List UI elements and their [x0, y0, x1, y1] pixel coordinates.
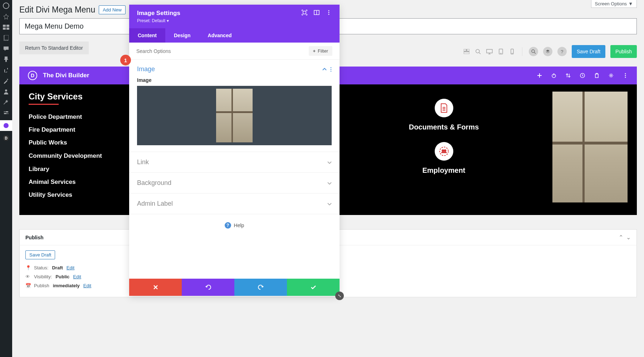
- power-icon[interactable]: [551, 73, 557, 78]
- svg-point-12: [4, 123, 9, 128]
- menu-link[interactable]: Utility Services: [29, 191, 129, 199]
- desktop-icon[interactable]: [486, 48, 493, 55]
- image-settings-modal: Image Settings Preset: Default ▾ Content…: [129, 5, 340, 296]
- section-header-link[interactable]: Link: [129, 152, 340, 172]
- schedule-label: Publish: [34, 283, 49, 288]
- snap-icon[interactable]: [302, 10, 307, 15]
- filter-button[interactable]: +Filter: [309, 46, 332, 56]
- history-icon[interactable]: [580, 73, 585, 78]
- svg-rect-16: [467, 49, 469, 51]
- modal-header[interactable]: Image Settings Preset: Default ▾: [129, 5, 340, 28]
- svg-line-28: [534, 52, 536, 54]
- modal-title: Image Settings: [137, 10, 180, 17]
- svg-rect-17: [464, 52, 469, 54]
- section-header-admin-label[interactable]: Admin Label: [129, 193, 340, 214]
- publish-button[interactable]: Publish: [610, 45, 637, 58]
- svg-point-38: [625, 75, 626, 76]
- section-header-image[interactable]: Image: [129, 60, 340, 77]
- return-standard-editor-button[interactable]: Return To Standard Editor: [19, 41, 89, 54]
- tools-icon[interactable]: [3, 99, 10, 106]
- tablet-icon[interactable]: [498, 48, 504, 55]
- more-vertical-icon[interactable]: [326, 10, 332, 15]
- svg-point-52: [331, 67, 332, 68]
- edit-visibility-link[interactable]: Edit: [73, 274, 81, 279]
- menu-link[interactable]: Animal Services: [29, 178, 129, 186]
- menu-link[interactable]: Fire Department: [29, 126, 129, 133]
- wireframe-icon[interactable]: [463, 48, 470, 55]
- quick-link-item[interactable]: Employment: [422, 142, 465, 175]
- svg-point-11: [7, 113, 8, 114]
- key-icon: 📍: [25, 265, 30, 270]
- svg-point-49: [328, 10, 330, 11]
- resize-handle[interactable]: ⤡: [335, 292, 344, 300]
- annotation-marker-1: 1: [120, 55, 131, 65]
- screen-options-tab[interactable]: Screen Options ▼: [591, 0, 637, 8]
- tab-advanced[interactable]: Advanced: [199, 28, 240, 43]
- active-menu-icon[interactable]: [0, 120, 12, 131]
- section-header-background[interactable]: Background: [129, 172, 340, 193]
- document-icon: [435, 99, 453, 117]
- svg-point-36: [610, 75, 612, 76]
- help-row[interactable]: ? Help: [129, 214, 340, 279]
- quick-link-label: Employment: [422, 166, 465, 175]
- appearance-icon[interactable]: [3, 77, 10, 84]
- tab-design[interactable]: Design: [165, 28, 199, 43]
- add-icon[interactable]: [537, 73, 542, 78]
- menu-link[interactable]: Police Department: [29, 113, 129, 121]
- undo-button[interactable]: [182, 279, 234, 296]
- metabox-up-icon[interactable]: ⌃: [619, 234, 623, 241]
- edit-status-link[interactable]: Edit: [67, 265, 74, 270]
- help-circle-icon[interactable]: ?: [557, 47, 567, 56]
- trash-icon[interactable]: [594, 73, 600, 78]
- tab-content[interactable]: Content: [129, 28, 165, 43]
- menu-link[interactable]: Community Development: [29, 152, 129, 160]
- more-vertical-icon[interactable]: [623, 73, 628, 78]
- users-icon[interactable]: [3, 88, 10, 95]
- metabox-down-icon[interactable]: ⌄: [626, 234, 631, 241]
- dual-panel-icon[interactable]: [314, 10, 319, 15]
- search-options-input[interactable]: [136, 48, 305, 54]
- redo-button[interactable]: [234, 279, 287, 296]
- plugins-icon[interactable]: [3, 67, 10, 74]
- layers-circle-icon[interactable]: [543, 47, 552, 56]
- modal-preset[interactable]: Preset: Default ▾: [137, 18, 180, 23]
- svg-point-45: [444, 150, 446, 152]
- phone-icon[interactable]: [509, 48, 516, 55]
- bridge-image[interactable]: [552, 92, 628, 202]
- metabox-save-draft-button[interactable]: Save Draft: [25, 250, 55, 259]
- edit-schedule-link[interactable]: Edit: [83, 283, 91, 288]
- pages-icon[interactable]: [3, 34, 10, 41]
- save-draft-button[interactable]: Save Draft: [572, 45, 605, 58]
- menu-link[interactable]: Library: [29, 166, 129, 173]
- visibility-value: Public: [55, 274, 69, 279]
- pin2-icon[interactable]: [3, 56, 10, 63]
- image-upload-well[interactable]: [137, 86, 332, 145]
- dashboard-icon[interactable]: [3, 2, 10, 9]
- gear-icon[interactable]: [608, 73, 614, 78]
- section-title: Admin Label: [137, 200, 173, 207]
- sort-icon[interactable]: [565, 73, 571, 78]
- quick-link-item[interactable]: Documents & Forms: [409, 99, 479, 131]
- page-title: Edit Divi Mega Menu: [19, 5, 95, 15]
- svg-point-37: [625, 73, 626, 74]
- visibility-label: Visibility:: [34, 274, 52, 279]
- settings-icon-sb[interactable]: [3, 109, 10, 117]
- more-vertical-icon[interactable]: [330, 67, 332, 72]
- svg-rect-2: [6, 25, 9, 27]
- cancel-button[interactable]: [129, 279, 182, 296]
- media-icon[interactable]: [3, 24, 10, 31]
- save-button[interactable]: [287, 279, 340, 296]
- search-circle-icon[interactable]: [529, 47, 538, 56]
- comments-icon[interactable]: [3, 45, 10, 52]
- svg-point-43: [440, 147, 448, 156]
- toolbar-separator: [522, 47, 522, 56]
- svg-rect-6: [4, 35, 9, 40]
- menu-link[interactable]: Public Works: [29, 139, 129, 146]
- add-new-button[interactable]: Add New: [99, 5, 126, 14]
- pin-icon[interactable]: [3, 13, 10, 20]
- svg-rect-3: [3, 28, 6, 30]
- screen-options-label: Screen Options: [595, 1, 627, 6]
- status-value: Draft: [52, 265, 63, 270]
- divi-icon[interactable]: D: [3, 135, 10, 142]
- zoom-icon[interactable]: [475, 48, 481, 55]
